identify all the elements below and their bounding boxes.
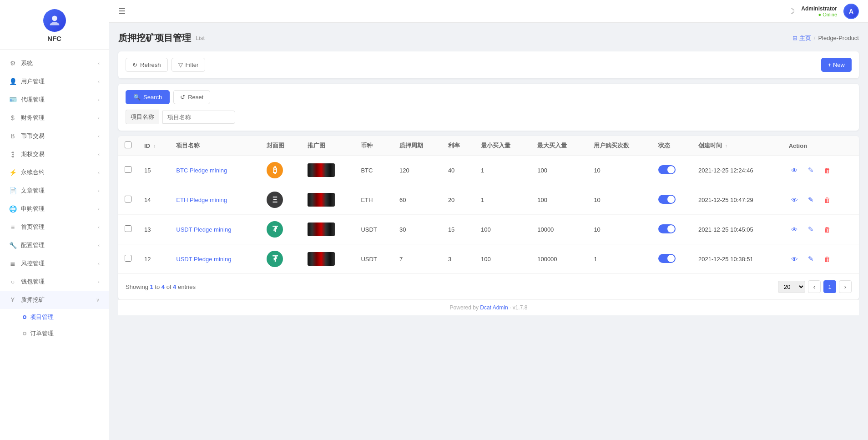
user-name: Administrator: [801, 5, 837, 12]
sidebar-item-users[interactable]: 👤 用户管理 ‹: [0, 72, 109, 91]
options-icon: ₿: [9, 151, 16, 158]
sidebar-subitem-project-label: 项目管理: [30, 313, 54, 321]
sidebar-item-agent[interactable]: 🪪 代理管理 ‹: [0, 91, 109, 109]
sidebar-item-options[interactable]: ₿ 期权交易 ‹: [0, 145, 109, 163]
breadcrumb-home[interactable]: ⊞ 主页: [792, 34, 811, 42]
home-icon: ⊞: [792, 35, 797, 41]
cell-created-3: 2021-12-25 10:38:51: [692, 244, 782, 274]
delete-button-3[interactable]: 🗑: [822, 253, 833, 265]
cell-promo-3: [301, 244, 355, 274]
item-name-link-2[interactable]: USDT Pledge mining: [176, 226, 231, 233]
delete-button-0[interactable]: 🗑: [822, 164, 833, 176]
svg-point-0: [52, 16, 57, 21]
promo-img-3: [308, 252, 335, 266]
sidebar-subitem-project[interactable]: 项目管理: [0, 309, 109, 325]
footer: Powered by Dcat Admin · v1.7.8: [118, 299, 859, 315]
table-row: 14 ETH Pledge mining Ξ ETH 60 20 1 100 1…: [118, 185, 859, 215]
sidebar-item-config[interactable]: 🔧 配置管理 ‹: [0, 236, 109, 254]
sidebar-label-purchase: 申购管理: [21, 205, 45, 213]
table-row: 12 USDT Pledge mining ₮ USDT 7 3 100 100…: [118, 244, 859, 274]
filter-name-input[interactable]: [162, 111, 235, 124]
edit-button-0[interactable]: ✎: [805, 164, 817, 176]
sidebar-item-trade[interactable]: B 币币交易 ‹: [0, 127, 109, 145]
cell-status-1: [652, 185, 692, 215]
view-button-3[interactable]: 👁: [789, 253, 801, 265]
view-button-0[interactable]: 👁: [789, 164, 801, 176]
page-header: 质押挖矿项目管理 List ⊞ 主页 / Pledge-Product: [118, 32, 859, 44]
sidebar-label-perpetual: 永续合约: [21, 168, 45, 177]
status-toggle-2[interactable]: [658, 224, 676, 233]
user-avatar[interactable]: A: [843, 4, 859, 19]
row-checkbox-1[interactable]: [125, 196, 131, 202]
cell-name-1: ETH Pledge mining: [170, 185, 260, 215]
delete-button-1[interactable]: 🗑: [822, 194, 833, 206]
item-name-link-0[interactable]: BTC Pledge mining: [176, 167, 227, 174]
cell-action-2: 👁 ✎ 🗑: [782, 215, 859, 244]
row-checkbox-3[interactable]: [125, 255, 131, 262]
hamburger-button[interactable]: ☰: [118, 6, 126, 16]
refresh-icon: ↻: [132, 61, 137, 68]
edit-button-3[interactable]: ✎: [805, 253, 817, 265]
sidebar-label-pledge: 质押挖矿: [21, 296, 45, 304]
sidebar-item-pledge[interactable]: ¥ 质押挖矿 ∨: [0, 291, 109, 309]
row-checkbox-0[interactable]: [125, 166, 131, 173]
footer-link[interactable]: Dcat Admin: [480, 304, 508, 311]
cell-max-buy-1: 100: [531, 185, 587, 215]
cell-purchase-count-3: 1: [587, 244, 652, 274]
user-info: Administrator Online: [801, 5, 837, 17]
page-start: 1: [150, 283, 153, 290]
cell-name-0: BTC Pledge mining: [170, 156, 260, 185]
sidebar-label-articles: 文章管理: [21, 187, 45, 195]
table-footer: Showing 1 to 4 of 4 entries 20 50 100 ‹ …: [118, 273, 859, 299]
sidebar-item-perpetual[interactable]: ⚡ 永续合约 ‹: [0, 163, 109, 182]
col-min-buy: 最小买入量: [474, 136, 531, 156]
item-name-link-1[interactable]: ETH Pledge mining: [176, 197, 227, 203]
page-size-select[interactable]: 20 50 100: [778, 281, 805, 293]
view-button-2[interactable]: 👁: [789, 223, 801, 235]
user-status: Online: [818, 12, 837, 17]
moon-icon[interactable]: ☽: [788, 7, 795, 15]
promo-img-0: [308, 163, 335, 177]
sidebar-item-system[interactable]: ⚙ 系统 ‹: [0, 54, 109, 72]
sidebar-item-purchase[interactable]: 🌐 申购管理 ‹: [0, 200, 109, 218]
page-1-button[interactable]: 1: [823, 280, 836, 293]
sidebar-item-articles[interactable]: 📄 文章管理 ‹: [0, 182, 109, 200]
edit-button-2[interactable]: ✎: [805, 223, 817, 235]
reset-icon: ↺: [180, 94, 185, 101]
status-toggle-0[interactable]: [658, 165, 676, 174]
col-period: 质押周期: [393, 136, 442, 156]
sort-arrow-id: ↑: [153, 144, 156, 149]
col-promo: 推广图: [301, 136, 355, 156]
item-name-link-3[interactable]: USDT Pledge mining: [176, 256, 231, 263]
new-button[interactable]: + New: [821, 58, 852, 72]
chevron-icon-users: ‹: [98, 79, 100, 84]
sort-arrow-created: ↑: [725, 143, 727, 148]
edit-button-1[interactable]: ✎: [805, 194, 817, 206]
refresh-button[interactable]: ↻ Refresh: [126, 58, 168, 72]
promo-img-2: [308, 223, 335, 236]
articles-icon: 📄: [9, 187, 16, 194]
sidebar-item-finance[interactable]: $ 财务管理 ‹: [0, 109, 109, 127]
prev-page-button[interactable]: ‹: [808, 280, 821, 293]
sidebar: NFC ⚙ 系统 ‹ 👤 用户管理 ‹ 🪪 代理管理 ‹: [0, 0, 109, 440]
col-id: ID ↑: [138, 136, 170, 156]
sidebar-subitem-orders[interactable]: 订单管理: [0, 325, 109, 342]
status-toggle-3[interactable]: [658, 254, 676, 263]
status-toggle-1[interactable]: [658, 195, 676, 204]
delete-button-2[interactable]: 🗑: [822, 223, 833, 235]
sidebar-item-homepage[interactable]: ≡ 首页管理 ‹: [0, 218, 109, 236]
row-checkbox-2[interactable]: [125, 225, 131, 232]
select-all-checkbox[interactable]: [125, 142, 131, 148]
sidebar-item-wallet[interactable]: ○ 钱包管理 ‹: [0, 273, 109, 291]
filter-icon: ▽: [178, 61, 183, 68]
view-button-1[interactable]: 👁: [789, 194, 801, 206]
sidebar-item-risk[interactable]: ≣ 风控管理 ‹: [0, 254, 109, 273]
chevron-icon-system: ‹: [98, 61, 100, 66]
reset-button[interactable]: ↺ Reset: [173, 90, 210, 104]
search-button[interactable]: 🔍 Search: [126, 90, 170, 104]
cell-purchase-count-1: 10: [587, 185, 652, 215]
chevron-icon-homepage: ‹: [98, 224, 100, 230]
token-img-0: ₿: [267, 162, 283, 178]
next-page-button[interactable]: ›: [839, 280, 852, 293]
filter-button[interactable]: ▽ Filter: [172, 58, 206, 72]
